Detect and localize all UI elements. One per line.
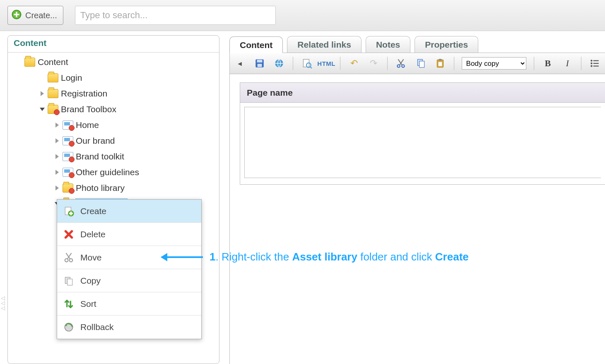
html-source-button[interactable]: HTML	[320, 57, 333, 70]
tree-node-label: Brand toolkit	[76, 152, 124, 162]
svg-rect-22	[419, 61, 424, 67]
field-label: Page name	[240, 83, 605, 103]
expand-icon[interactable]	[39, 91, 45, 96]
tree-node-label: Home	[76, 120, 99, 130]
svg-rect-10	[67, 279, 72, 285]
context-menu-delete[interactable]: Delete	[57, 223, 201, 246]
tree-node-label: Other guidelines	[76, 167, 139, 177]
svg-rect-27	[593, 60, 599, 61]
italic-button[interactable]: I	[561, 57, 573, 70]
svg-rect-29	[593, 63, 599, 64]
tab-notes[interactable]: Notes	[366, 36, 410, 53]
create-button[interactable]: Create...	[7, 6, 63, 25]
delete-icon	[57, 229, 80, 240]
create-button-label: Create...	[25, 11, 57, 20]
tree-node[interactable]: Login	[10, 70, 219, 86]
folder-icon	[48, 73, 58, 82]
context-menu-rollback[interactable]: Rollback	[57, 316, 201, 339]
create-icon	[57, 206, 80, 217]
document-icon	[63, 168, 73, 177]
tree-node[interactable]: Other guidelines	[10, 164, 219, 180]
toolbar-separator	[581, 57, 581, 70]
editor-tabs: ContentRelated linksNotesProperties	[229, 35, 605, 53]
context-menu-label: Rollback	[80, 322, 114, 332]
svg-point-8	[70, 258, 73, 262]
context-menu-sort[interactable]: Sort	[57, 292, 201, 316]
document-icon	[63, 121, 73, 130]
tab-properties[interactable]: Properties	[415, 36, 478, 53]
tree-node-label: Login	[61, 73, 82, 83]
style-dropdown[interactable]: Body copy	[462, 57, 527, 70]
tree-node-label: Photo library	[76, 183, 125, 193]
tree-node-label: Registration	[61, 89, 107, 99]
expand-icon[interactable]	[54, 185, 60, 191]
tree-node-label: Content	[38, 57, 68, 67]
expand-icon[interactable]	[54, 122, 60, 128]
content-area: Page name	[229, 74, 605, 364]
context-menu-label: Move	[80, 253, 101, 263]
tree-node[interactable]: Home	[10, 117, 219, 133]
search-input[interactable]	[75, 6, 276, 25]
bold-button[interactable]: B	[542, 57, 554, 70]
toolbar-separator	[340, 57, 340, 70]
context-menu-create[interactable]: Create	[57, 200, 201, 223]
top-toolbar: Create...	[0, 0, 605, 31]
tree-node[interactable]: Brand toolkit	[10, 149, 219, 164]
expand-icon[interactable]	[54, 154, 60, 159]
tree-root[interactable]: Content	[10, 54, 219, 70]
tree-node[interactable]: Photo library	[10, 180, 219, 196]
expand-icon[interactable]	[54, 138, 60, 144]
cut-icon[interactable]	[395, 57, 407, 70]
toolbar-separator	[534, 57, 534, 70]
tree-node[interactable]: Registration	[10, 86, 219, 101]
folder-icon	[48, 89, 58, 98]
page-name-field: Page name	[240, 82, 605, 185]
svg-point-28	[591, 63, 593, 64]
content-tree-panel: Content Content LoginRegistrationBrand T…	[7, 35, 219, 364]
content-tree: Content LoginRegistrationBrand ToolboxHo…	[8, 53, 219, 212]
copy-icon[interactable]	[415, 57, 427, 70]
svg-rect-31	[593, 65, 599, 66]
panel-collapser[interactable]: ◁◁◁	[1, 296, 5, 310]
svg-rect-6	[69, 212, 73, 214]
undo-icon[interactable]: ↶	[348, 57, 360, 70]
redo-icon[interactable]: ↷	[367, 57, 379, 70]
save-icon[interactable]	[253, 57, 265, 70]
plus-icon	[11, 9, 22, 22]
tab-content[interactable]: Content	[229, 36, 283, 53]
expand-icon[interactable]	[54, 169, 60, 175]
context-menu-label: Sort	[80, 299, 96, 309]
context-menu-move[interactable]: Move	[57, 246, 201, 269]
rollback-icon	[57, 322, 80, 333]
context-menu-label: Copy	[80, 276, 101, 286]
nav-back-icon[interactable]: ◂	[234, 57, 246, 70]
tree-node-label: Brand Toolbox	[61, 104, 116, 114]
page-name-input[interactable]	[244, 107, 601, 178]
paste-icon[interactable]	[434, 57, 446, 70]
toolbar-separator	[387, 57, 388, 70]
panel-title: Content	[8, 36, 219, 53]
expand-icon[interactable]	[39, 106, 45, 112]
tab-related-links[interactable]: Related links	[287, 36, 362, 53]
context-menu-label: Create	[80, 206, 106, 216]
tree-node[interactable]: Our brand	[10, 133, 219, 149]
context-menu-copy[interactable]: Copy	[57, 269, 201, 292]
preview-icon[interactable]	[301, 57, 313, 70]
context-menu-label: Delete	[80, 229, 106, 239]
link-globe-icon[interactable]	[273, 57, 285, 70]
move-icon	[57, 252, 80, 263]
bullet-list-icon[interactable]	[589, 57, 601, 70]
svg-point-26	[591, 60, 593, 61]
sort-icon	[57, 299, 80, 309]
svg-rect-2	[14, 14, 19, 15]
svg-rect-25	[439, 62, 442, 66]
svg-point-30	[591, 65, 593, 67]
tree-node[interactable]: Brand Toolbox	[10, 101, 219, 117]
svg-line-18	[310, 67, 311, 68]
toolbar-separator	[293, 57, 293, 70]
document-icon	[63, 152, 73, 161]
folder-badge-icon	[48, 105, 58, 114]
svg-rect-24	[439, 59, 442, 60]
svg-point-11	[65, 323, 73, 331]
svg-rect-13	[257, 60, 262, 63]
